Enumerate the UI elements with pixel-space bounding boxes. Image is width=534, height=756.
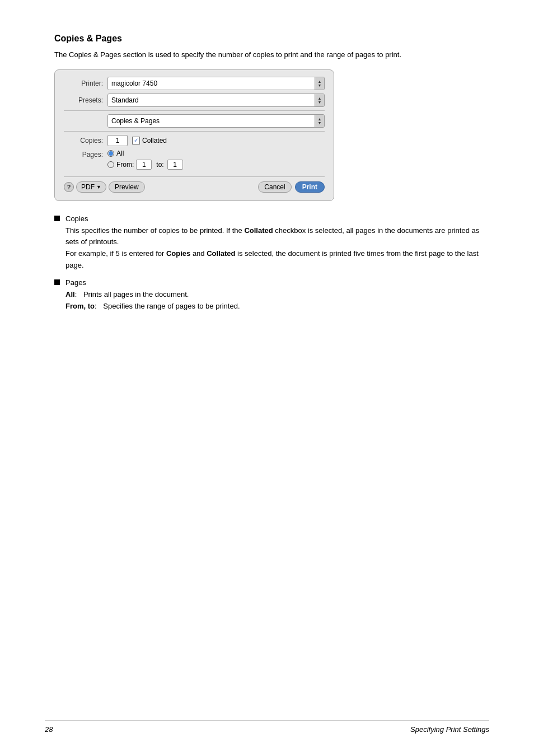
from-to-row: From: 1 to: 1 [116,160,183,170]
intro-text: The Copies & Pages section is used to sp… [54,49,480,60]
all-term: All [65,290,75,298]
divider-1 [64,110,325,111]
from-to-desc: Specifies the range of pages to be print… [103,302,240,310]
printer-value: magicolor 7450 [108,77,315,90]
section-value: Copies & Pages [108,115,315,127]
printer-select[interactable]: magicolor 7450 ▲ ▼ [107,77,325,90]
all-radio-option[interactable]: All [107,150,183,157]
from-radio-option[interactable]: From: 1 to: 1 [107,160,183,170]
from-label: From: [116,161,134,169]
page-title: Copies & Pages [54,34,480,44]
collated-checkbox[interactable]: ✓ [132,137,140,144]
stepper-up-icon: ▲ [318,117,322,121]
radio-filled-dot [109,151,113,156]
from-input[interactable]: 1 [136,160,152,170]
bullet-icon [54,216,60,221]
from-to-colon: : [95,302,97,310]
all-label: All [116,150,124,157]
all-desc: Prints all pages in the document. [83,290,189,298]
bullet-icon [54,279,60,285]
pages-row: Pages: All From: 1 [64,150,325,172]
cancel-button[interactable]: Cancel [258,181,291,193]
copies-desc-item: Copies This specifies the number of copi… [54,214,480,272]
to-input[interactable]: 1 [167,160,183,170]
copies-value: 1 [116,137,120,144]
help-button[interactable]: ? [64,182,74,192]
copies-desc-body: This specifies the number of copies to b… [65,225,480,272]
dialog-footer: ? PDF ▼ Preview Cancel Print [64,176,325,193]
footer-right: Cancel Print [258,181,325,193]
printer-label: Printer: [64,80,103,87]
footer-page-number: 28 [45,725,53,734]
footer-left: ? PDF ▼ Preview [64,181,145,193]
presets-stepper[interactable]: ▲ ▼ [315,94,324,106]
all-colon: : [75,290,77,298]
print-button[interactable]: Print [295,181,325,193]
presets-row: Presets: Standard ▲ ▼ [64,94,325,107]
section-row: Copies & Pages ▲ ▼ [64,114,325,128]
pdf-label: PDF [81,183,95,191]
printer-stepper[interactable]: ▲ ▼ [315,77,324,90]
collated-checkbox-area[interactable]: ✓ Collated [132,137,167,144]
pages-desc-item: Pages All: Prints all pages in the docum… [54,278,480,310]
copies-desc-content: Copies This specifies the number of copi… [65,214,480,272]
copies-row: Copies: 1 ✓ Collated [64,135,325,146]
pdf-dropdown-icon: ▼ [96,184,101,190]
all-radio[interactable] [107,150,114,157]
section-select[interactable]: Copies & Pages ▲ ▼ [107,114,325,128]
print-dialog: Printer: magicolor 7450 ▲ ▼ Presets: Sta… [54,69,334,201]
presets-value: Standard [108,94,315,106]
description-list: Copies This specifies the number of copi… [54,214,480,310]
stepper-up-icon: ▲ [318,80,322,83]
stepper-down-icon: ▼ [318,121,322,125]
printer-row: Printer: magicolor 7450 ▲ ▼ [64,77,325,90]
from-to-term: From, to [65,302,95,310]
preview-button[interactable]: Preview [109,181,145,193]
to-value: 1 [173,161,177,169]
from-radio[interactable] [107,161,114,168]
presets-label: Presets: [64,96,103,104]
pdf-button[interactable]: PDF ▼ [76,181,106,193]
presets-select[interactable]: Standard ▲ ▼ [107,94,325,107]
page-footer: 28 Specifying Print Settings [45,720,489,734]
pages-radio-group: All From: 1 to: 1 [107,150,183,172]
stepper-down-icon: ▼ [318,83,322,87]
stepper-up-icon: ▲ [318,96,322,100]
from-to-sub-item: From, to: Specifies the range of pages t… [65,302,480,310]
pages-desc-heading: Pages [65,278,480,287]
pages-desc-content: Pages All: Prints all pages in the docum… [65,278,480,310]
footer-section-title: Specifying Print Settings [410,725,489,734]
from-value: 1 [142,161,146,169]
copies-input[interactable]: 1 [107,135,128,146]
collated-label: Collated [142,137,167,144]
section-stepper[interactable]: ▲ ▼ [315,115,324,127]
stepper-down-icon: ▼ [318,100,322,104]
all-sub-item: All: Prints all pages in the document. [65,290,480,298]
copies-label: Copies: [64,137,103,144]
to-label: to: [156,161,163,169]
copies-desc-heading: Copies [65,214,480,223]
pages-label: Pages: [64,150,103,158]
divider-2 [64,131,325,132]
